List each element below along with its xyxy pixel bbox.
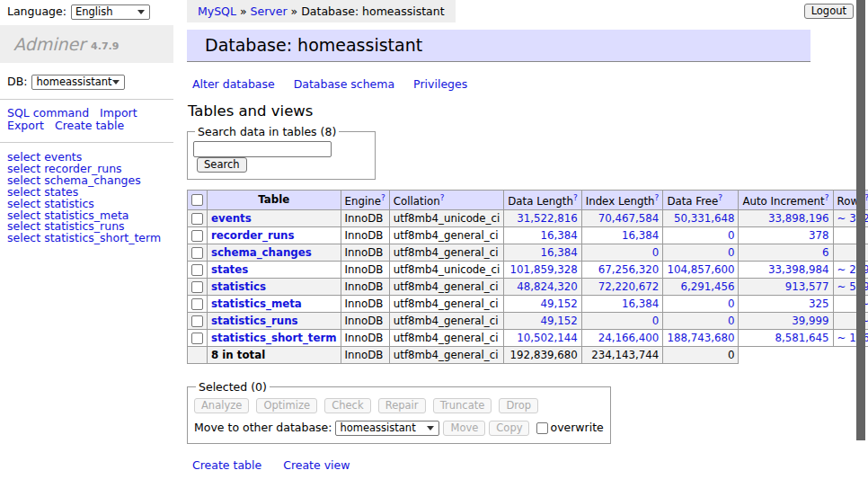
- help-link[interactable]: ?: [381, 193, 385, 202]
- language-select[interactable]: English: [71, 4, 150, 20]
- help-link[interactable]: ?: [655, 193, 660, 202]
- index-length-link[interactable]: 70,467,584: [598, 212, 660, 225]
- breadcrumb-link-mysql[interactable]: MySQL: [198, 4, 236, 18]
- index-length-link[interactable]: 72,220,672: [598, 280, 660, 293]
- table-name-link[interactable]: schema_changes: [211, 246, 312, 259]
- table-name-link[interactable]: statistics_runs: [211, 315, 298, 327]
- row-checkbox[interactable]: [191, 247, 203, 259]
- row-checkbox[interactable]: [191, 315, 203, 327]
- col-header-index-length: Index Length?: [581, 191, 663, 210]
- row-checkbox[interactable]: [191, 264, 203, 276]
- search-input[interactable]: [193, 141, 332, 157]
- engine-cell: InnoDB: [341, 312, 389, 329]
- auto-increment-link[interactable]: 325: [809, 297, 829, 310]
- auto-increment-link[interactable]: 39,999: [792, 315, 828, 327]
- sidebar-link-export[interactable]: Export: [7, 119, 44, 132]
- db-select[interactable]: homeassistant: [31, 75, 125, 90]
- alter-database-link[interactable]: Alter database: [192, 77, 275, 91]
- copy-button[interactable]: Copy: [489, 421, 529, 436]
- repair-button[interactable]: Repair: [378, 398, 426, 413]
- row-checkbox[interactable]: [191, 281, 203, 293]
- logout-button[interactable]: Logout: [804, 4, 854, 19]
- analyze-button[interactable]: Analyze: [194, 398, 249, 413]
- data-free-link[interactable]: 6,291,456: [680, 280, 734, 293]
- engine-cell: InnoDB: [341, 295, 389, 312]
- auto-increment-link[interactable]: 8,581,645: [775, 332, 828, 344]
- data-free-link[interactable]: 0: [728, 229, 735, 242]
- table-row: events InnoDB utf8mb4_unicode_ci 31,522,…: [188, 209, 868, 226]
- data-free-link[interactable]: 0: [728, 246, 735, 259]
- auto-increment-link[interactable]: 378: [809, 229, 829, 242]
- auto-increment-link[interactable]: 6: [822, 246, 829, 259]
- col-header-table: Table: [208, 191, 341, 210]
- help-link[interactable]: ?: [718, 193, 722, 202]
- auto-increment-link[interactable]: 33,398,984: [768, 263, 829, 276]
- check-button[interactable]: Check: [324, 398, 370, 413]
- optimize-button[interactable]: Optimize: [256, 398, 317, 413]
- sidebar-link-import[interactable]: Import: [100, 106, 137, 120]
- select-link[interactable]: select: [7, 231, 40, 244]
- index-length-link[interactable]: 0: [652, 315, 660, 327]
- data-length-link[interactable]: 10,502,144: [517, 332, 578, 344]
- index-length-link[interactable]: 24,166,400: [598, 332, 660, 344]
- privileges-link[interactable]: Privileges: [413, 77, 467, 91]
- overwrite-checkbox[interactable]: [536, 422, 548, 434]
- index-length-link[interactable]: 67,256,320: [598, 263, 660, 276]
- data-free-link[interactable]: 50,331,648: [674, 212, 735, 225]
- move-button[interactable]: Move: [443, 421, 485, 436]
- table-name-link[interactable]: events: [211, 212, 252, 225]
- sidebar-link-sql-command[interactable]: SQL command: [7, 106, 89, 120]
- search-fieldset: Search data in tables (8) Search: [187, 125, 376, 180]
- row-checkbox[interactable]: [191, 213, 203, 225]
- auto-increment-link[interactable]: 33,898,196: [768, 212, 829, 225]
- data-free-link[interactable]: 0: [728, 315, 735, 327]
- db-label: DB:: [7, 75, 27, 88]
- data-length-link[interactable]: 16,384: [540, 246, 577, 259]
- data-length-link[interactable]: 101,859,328: [510, 263, 578, 276]
- table-name-link[interactable]: recorder_runs: [211, 229, 295, 242]
- index-length-link[interactable]: 16,384: [622, 229, 659, 242]
- create-table-link[interactable]: Create table: [192, 458, 261, 472]
- data-length-link[interactable]: 48,824,320: [517, 280, 578, 293]
- data-length-link[interactable]: 49,152: [540, 315, 577, 327]
- data-free-link[interactable]: 104,857,600: [667, 263, 734, 276]
- help-link[interactable]: ?: [573, 193, 578, 202]
- app-version: 4.7.9: [91, 37, 119, 52]
- breadcrumb-link-server[interactable]: Server: [251, 4, 288, 18]
- move-row: Move to other database:homeassistantMove…: [194, 421, 604, 436]
- db-select-row: DB:homeassistant: [0, 63, 173, 100]
- drop-button[interactable]: Drop: [499, 398, 538, 413]
- selected-legend: Selected (0): [196, 380, 270, 394]
- table-link-statistics-short-term[interactable]: statistics_short_term: [44, 231, 161, 244]
- truncate-button[interactable]: Truncate: [433, 398, 492, 413]
- select-all-checkbox[interactable]: [191, 194, 203, 206]
- data-free-link[interactable]: 188,743,680: [667, 332, 734, 344]
- collation-cell: utf8mb4_general_ci: [389, 312, 504, 329]
- breadcrumb: MySQL»Server»Database: homeassistant: [187, 0, 456, 22]
- data-length-link[interactable]: 16,384: [540, 229, 577, 242]
- row-checkbox[interactable]: [191, 298, 203, 310]
- vertical-scrollbar[interactable]: [856, 0, 865, 440]
- main-content: MySQL»Server»Database: homeassistant Dat…: [187, 0, 810, 488]
- table-name-link[interactable]: statistics_meta: [211, 297, 302, 310]
- help-link[interactable]: ?: [440, 193, 445, 202]
- total-data-free: 0: [663, 346, 739, 363]
- database-schema-link[interactable]: Database schema: [294, 77, 394, 91]
- index-length-link[interactable]: 16,384: [622, 297, 659, 310]
- data-length-link[interactable]: 31,522,816: [517, 212, 578, 225]
- data-length-link[interactable]: 49,152: [540, 297, 577, 310]
- create-view-link[interactable]: Create view: [283, 458, 350, 472]
- row-checkbox[interactable]: [191, 333, 203, 344]
- search-button[interactable]: Search: [197, 157, 247, 173]
- move-database-select[interactable]: homeassistant: [335, 421, 439, 436]
- sidebar-link-create-table[interactable]: Create table: [55, 119, 124, 132]
- table-name-link[interactable]: statistics_short_term: [211, 332, 337, 344]
- index-length-link[interactable]: 0: [652, 246, 660, 259]
- auto-increment-link[interactable]: 913,577: [785, 280, 829, 293]
- table-name-link[interactable]: states: [211, 263, 248, 276]
- row-checkbox[interactable]: [191, 230, 203, 242]
- help-link[interactable]: ?: [825, 193, 829, 202]
- table-name-link[interactable]: statistics: [211, 280, 266, 293]
- data-free-link[interactable]: 0: [728, 297, 735, 310]
- db-nav-links: Alter database Database schema Privilege…: [192, 77, 810, 91]
